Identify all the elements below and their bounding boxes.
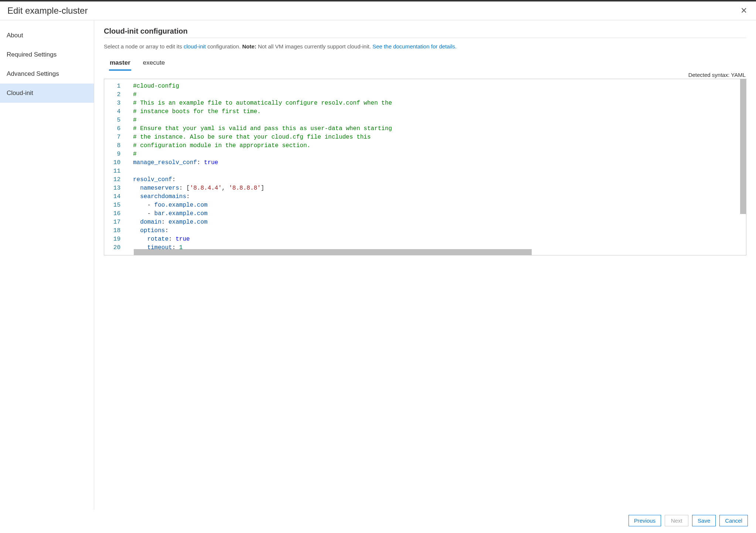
- dialog-title: Edit example-cluster: [7, 6, 88, 16]
- syntax-detected: Detected syntax: YAML: [104, 72, 746, 78]
- code-editor[interactable]: 1234567891011121314151617181920 #cloud-c…: [104, 79, 746, 255]
- cloud-init-link[interactable]: cloud-init: [184, 43, 206, 50]
- dialog-edit-cluster: Edit example-cluster ✕ About Required Se…: [0, 0, 756, 533]
- section-title: Cloud-init configuration: [104, 27, 746, 38]
- editor-gutter: 1234567891011121314151617181920: [104, 79, 126, 255]
- subtitle-text: configuration.: [206, 43, 242, 50]
- subtitle-text: Select a node or array to edit its: [104, 43, 184, 50]
- sidebar-item-required-settings[interactable]: Required Settings: [0, 45, 94, 64]
- tab-execute[interactable]: execute: [142, 57, 166, 71]
- main-panel: Cloud-init configuration Select a node o…: [94, 20, 756, 510]
- subtitle-text: Not all VM images currently support clou…: [256, 43, 372, 50]
- dialog-body: About Required Settings Advanced Setting…: [0, 20, 756, 510]
- sidebar-item-label: Required Settings: [7, 51, 57, 58]
- sidebar-item-label: Advanced Settings: [7, 70, 59, 77]
- sidebar-item-label: Cloud-init: [7, 89, 33, 96]
- sidebar-item-cloud-init[interactable]: Cloud-init: [0, 84, 94, 103]
- save-button[interactable]: Save: [692, 515, 716, 526]
- note-label: Note:: [242, 43, 256, 50]
- tab-master[interactable]: master: [109, 57, 131, 71]
- horizontal-scrollbar[interactable]: [134, 249, 532, 255]
- section-subtitle: Select a node or array to edit its cloud…: [104, 43, 746, 50]
- dialog-footer: Previous Next Save Cancel: [0, 510, 756, 533]
- editor-code[interactable]: #cloud-config## This is an example file …: [126, 79, 746, 255]
- close-icon[interactable]: ✕: [739, 5, 749, 16]
- cancel-button[interactable]: Cancel: [719, 515, 748, 526]
- sidebar-item-advanced-settings[interactable]: Advanced Settings: [0, 64, 94, 84]
- docs-link[interactable]: See the documentation for details.: [372, 43, 457, 50]
- sidebar: About Required Settings Advanced Setting…: [0, 20, 94, 510]
- sidebar-item-label: About: [7, 32, 23, 39]
- syntax-label: Detected syntax: YAML: [688, 72, 746, 78]
- node-tabs: master execute: [109, 57, 746, 71]
- dialog-header: Edit example-cluster ✕: [0, 1, 756, 20]
- vertical-scrollbar[interactable]: [740, 79, 746, 214]
- next-button: Next: [665, 515, 688, 526]
- tab-label: execute: [143, 59, 165, 66]
- tab-label: master: [110, 59, 130, 66]
- sidebar-item-about[interactable]: About: [0, 26, 94, 45]
- previous-button[interactable]: Previous: [629, 515, 661, 526]
